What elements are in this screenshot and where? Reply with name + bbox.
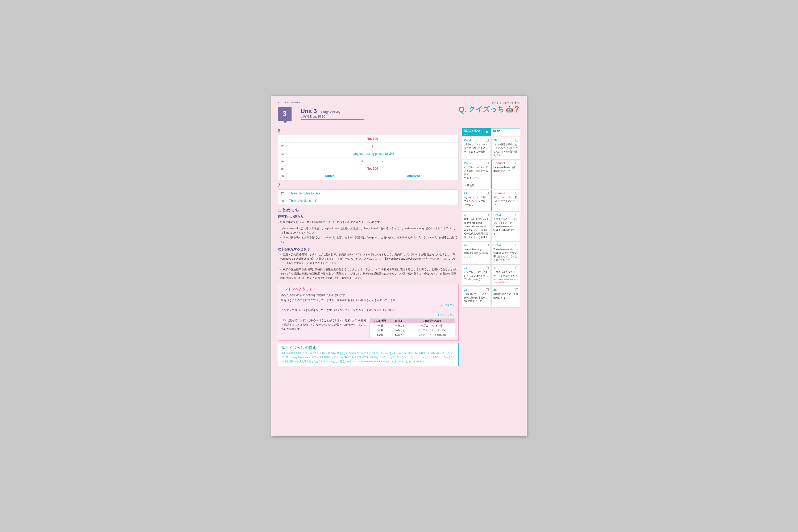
- quiz-card-27: 27 「見るべき 3つのお寺」を英語にすると？ Hint Three Museu…: [491, 264, 520, 286]
- quiz-grid: Pre-1 大問 6のパンフレットを見て！右上にあるイラストはどこの国旗？ 26…: [462, 137, 520, 307]
- table-row: 28 Three Activities to Do: [278, 197, 458, 205]
- quiz-card-24: 24 パンフレット右上の丸のアイコンは何を表しているとおもう？: [462, 264, 491, 286]
- quiz-card-21: 21 Big Ben について書いてあるのはパンフレットのどこ？: [462, 190, 491, 211]
- matome-sub1: 観光案内の読み方: [278, 215, 459, 219]
- matome-title: まとめっち: [278, 208, 459, 213]
- quiz-q-label: Q.: [458, 105, 467, 114]
- table-row: 25 No. 200: [278, 165, 458, 172]
- unit-title: Unit 3: [301, 108, 317, 115]
- you-are-here-label: YOU ARE HERE!: [278, 101, 300, 104]
- matome-bullet4: □ □ 欧米の交通機関を使う際は積極的に情報を集めるようにしましょう。本文に「バ…: [278, 267, 459, 281]
- quiz-card-pre3: Pre-3 大問 7に移ろう！パンフレットの左下の、Three Museums …: [491, 211, 520, 241]
- london-link2: →3ページを見て: [281, 313, 455, 317]
- quiz-card-bonus1: Bonus-1 Here are details. を日本語にすると？: [491, 159, 520, 189]
- quiz-ready-label: READY NOW ...? ✏: [462, 128, 491, 136]
- quiz-name-label: Name: [491, 128, 520, 136]
- answer-section: A.クイズっち の答え P-1 イギリス / P-2 イ / 21 表の上から3…: [278, 343, 459, 366]
- bus-text: バスに乗ってロンドンの中心へ行くことができます。最初にバスの番号を確認することは…: [281, 318, 367, 331]
- quiz-card-22: 22 本文 1行目の We want to give you some usef…: [462, 211, 491, 241]
- quiz-header-row: READY NOW ...? ✏ Name: [462, 128, 520, 136]
- unit-badge: 3: [278, 107, 291, 121]
- unit-subtitle: ~ Stage Activity 1: [318, 110, 343, 114]
- quiz-card-bonus2: Bonus-2 あなたはロンドンに行ったらどこを訪れたい？: [491, 190, 520, 211]
- answer-title: A.クイズっち の答え: [281, 345, 455, 350]
- table-row: 24 3 ページ: [278, 157, 458, 165]
- london-text1: あなたの旅行に役立つ情報をご提供したいと思います。: [281, 293, 455, 298]
- quiz-card-pre4: Pre-4 Three Museums to Visit の M や V が大文…: [491, 242, 520, 264]
- quiz-card-pre1: Pre-1 大問 6のパンフレットを見て！右上にあるイラストはどこの国旗？: [462, 137, 491, 159]
- main-layout: 6 21 No. 140 22 イ 23 many interesting pl…: [278, 128, 520, 366]
- page: YOU ARE HERE! 3 Unit 3 ~ Stage Activity …: [271, 96, 527, 436]
- london-text2: 町を歩きまわることにワクワクしていますか。訪れのにおもしろい場所をたくさん知って…: [281, 298, 455, 302]
- quiz-title: クイズっち: [469, 104, 504, 114]
- london-title: ロンドンへようこそ！: [281, 287, 455, 291]
- quiz-card-25: 25 「20 分ごと」という意味の語句を本文から 3語で抜き出して！: [462, 286, 491, 307]
- quiz-panel: READY NOW ...? ✏ Name Pre-1 大問 6のパンフレットを…: [462, 128, 520, 307]
- right-column: READY NOW ...? ✏ Name Pre-1 大問 6のパンフレットを…: [462, 128, 520, 366]
- london-text3: ロンドンで食べるべきものを探しています。様々なレストランとカフェを試してみてくだ…: [281, 308, 455, 312]
- quiz-logo: Q. クイズっち 🤖❓: [458, 104, 520, 114]
- matome-sub2: 欧米を観光するときは: [278, 247, 459, 252]
- table-row: 27 Three Temples to See: [278, 190, 458, 197]
- header: YOU ARE HERE! 3 Unit 3 ~ Stage Activity …: [278, 101, 520, 125]
- section6-num: 6: [278, 128, 459, 134]
- london-link1: →2ページを見て: [281, 303, 455, 307]
- matome-bullet1: □ □ 観光案内では（○○＋to＋動詞の原形 〜）（〜すべき○○）の表現がよく使…: [278, 220, 459, 225]
- quiz-decoration: 🤖❓: [506, 106, 520, 113]
- section7-table: 27 Three Temples to See 28 Three Activit…: [278, 189, 459, 205]
- bus-table-wrap: バスの番号 出発は— これが見られます 100番 15分ごと 市庁舎、ロンドン塔: [369, 318, 455, 338]
- table-row: 22 イ: [278, 142, 458, 150]
- matome-section: まとめっち 観光案内の読み方 □ □ 観光案内では（○○＋to＋動詞の原形 〜）…: [278, 208, 459, 281]
- quiz-card-28: 28 activity はどうやって複数形にする？: [491, 286, 520, 307]
- quiz-card-23: 23 many interesting places to visit を日本語…: [462, 242, 491, 264]
- section7-num: 7: [278, 183, 459, 188]
- table-row: 23 many interesting places to visit: [278, 150, 458, 157]
- quiz-card-pre2: Pre-2 パンフレットに入っている表は、何に関する表？ア レストランイ バスウ…: [462, 159, 491, 189]
- bus-layout: バスに乗ってロンドンの中心へ行くことができます。最初にバスの番号を確認することは…: [281, 318, 455, 338]
- section6-table: 21 No. 140 22 イ 23 many interesting plac…: [278, 135, 459, 180]
- answer-body: P-1 イギリス / P-2 イ / 21 表の上から3行目右の欄 / 22 (…: [281, 352, 455, 364]
- london-box: ロンドンへようこそ！ あなたの旅行に役立つ情報をご提供したいと思います。 町を歩…: [278, 284, 459, 341]
- textbook-ref: □ 教科書 pp. 35-50: [301, 115, 364, 119]
- quiz-card-26: 26 バスの番号を最初にたしかめるのが大切なのはなんで？日本語で答えて！: [491, 137, 520, 159]
- bus-table: バスの番号 出発は— これが見られます 100番 15分ごと 市庁舎、ロンドン塔: [369, 318, 455, 338]
- table-row: 26 routes different: [278, 172, 458, 180]
- matome-text1a: places to visit（訪れるべき場所）、sights to see（見…: [278, 226, 459, 235]
- left-column: 6 21 No. 140 22 イ 23 many interesting pl…: [278, 128, 459, 366]
- header-meta: テストっち 単末 2年 ③ A0: [492, 101, 520, 104]
- matome-bullet2: □ □ ページ数を表すとき日本語では「○○ページ」と言いますが、英語では「pag…: [278, 235, 459, 245]
- table-row: 21 No. 140: [278, 135, 458, 142]
- matome-bullet3: □ □ 空港・公共交通機関・ホテルなどの案内所で、観光案内のパンフレットを手に入…: [278, 252, 459, 266]
